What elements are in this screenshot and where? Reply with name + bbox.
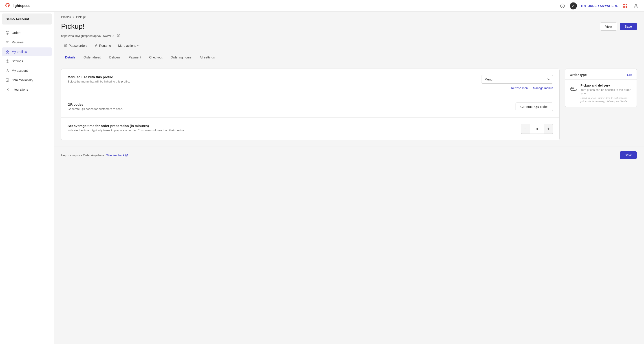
- prep-time-stepper: − 0 +: [521, 124, 553, 134]
- breadcrumb-current: Pickup!: [76, 15, 86, 19]
- menu-section: Menu to use with this profile Select the…: [61, 69, 559, 96]
- sidebar-item-account[interactable]: My account: [2, 66, 52, 75]
- prep-section-control: − 0 +: [521, 124, 553, 134]
- qr-section-desc: Generate QR codes for customers to scan.: [68, 107, 511, 111]
- pickup-delivery-icon: [570, 84, 577, 91]
- availability-icon: [6, 78, 10, 82]
- stepper-increment[interactable]: +: [544, 124, 553, 134]
- more-actions-label: More actions: [118, 44, 136, 47]
- account-avatar[interactable]: A: [570, 2, 577, 10]
- svg-point-22: [575, 90, 576, 92]
- order-type-desc: Item prices can be specific to the order…: [580, 88, 632, 95]
- logo-icon: [4, 3, 11, 9]
- menu-section-control: Menu: [481, 75, 553, 84]
- order-type-edit-button[interactable]: Edit: [627, 73, 632, 76]
- rename-label: Rename: [99, 44, 111, 47]
- stepper-value: 0: [530, 124, 544, 134]
- sidebar-item-account-label: My account: [12, 69, 28, 72]
- person-icon: [634, 4, 638, 8]
- try-order-anywhere-button[interactable]: TRY ORDER ANYWHERE: [580, 4, 618, 8]
- sidebar-item-profiles-label: My profiles: [12, 50, 27, 54]
- manage-menus-button[interactable]: Manage menus: [533, 86, 553, 90]
- tab-ordering-hours[interactable]: Ordering hours: [166, 53, 196, 62]
- sidebar-item-reviews[interactable]: Reviews: [2, 38, 52, 47]
- order-type-title: Order type: [570, 73, 587, 77]
- page-title: Pickup!: [61, 22, 85, 31]
- rename-button[interactable]: Rename: [92, 42, 114, 49]
- order-type-label: Pickup and delivery: [580, 84, 632, 87]
- sidebar-item-orders[interactable]: Orders: [2, 29, 52, 37]
- generate-qr-button[interactable]: Generate QR codes: [516, 103, 553, 111]
- pause-orders-button[interactable]: Pause orders: [61, 42, 90, 49]
- reviews-icon: [6, 40, 10, 44]
- svg-point-16: [8, 88, 9, 89]
- stepper-decrement[interactable]: −: [521, 124, 530, 134]
- orders-icon: [6, 31, 10, 35]
- prep-section-desc: Indicate the time it typically takes to …: [68, 129, 516, 132]
- settings-icon: [6, 59, 10, 63]
- prep-section-label: Set average time for order preparation (…: [68, 124, 516, 128]
- avatar-initials: A: [572, 4, 574, 8]
- tab-details[interactable]: Details: [61, 53, 80, 62]
- qr-section-info: QR codes Generate QR codes for customers…: [68, 103, 511, 111]
- svg-point-13: [7, 70, 8, 71]
- tab-order-ahead[interactable]: Order ahead: [80, 53, 105, 62]
- header-actions: View Save: [600, 23, 637, 31]
- qr-section: QR codes Generate QR codes for customers…: [61, 96, 559, 118]
- qr-section-row: QR codes Generate QR codes for customers…: [68, 103, 553, 111]
- breadcrumb-parent[interactable]: Profiles: [61, 15, 71, 19]
- prep-section-row: Set average time for order preparation (…: [68, 124, 553, 134]
- tab-checkout[interactable]: Checkout: [145, 53, 166, 62]
- footer-help-text: Help us improve Order Anywhere: Give fee…: [61, 153, 128, 157]
- svg-rect-3: [626, 4, 627, 6]
- feedback-external-link-icon: [125, 154, 128, 156]
- sidebar-item-settings[interactable]: Settings: [2, 57, 52, 65]
- account-icon: [6, 69, 10, 73]
- sidebar-item-orders-label: Orders: [12, 31, 21, 35]
- svg-rect-14: [6, 79, 9, 81]
- order-type-icon: [570, 84, 578, 92]
- tab-all-settings[interactable]: All settings: [196, 53, 219, 62]
- menu-dropdown[interactable]: Menu: [481, 75, 553, 84]
- external-link-icon: [117, 34, 120, 38]
- svg-rect-5: [626, 6, 627, 8]
- refresh-menu-button[interactable]: Refresh menu: [511, 86, 530, 90]
- main-content: Profiles > Pickup! Pickup! View Save htt…: [54, 12, 644, 344]
- rename-icon: [94, 44, 98, 47]
- sidebar-item-reviews-label: Reviews: [12, 41, 24, 44]
- svg-rect-19: [572, 87, 574, 89]
- pause-orders-label: Pause orders: [69, 44, 87, 47]
- svg-rect-8: [6, 50, 7, 52]
- svg-rect-4: [623, 6, 625, 8]
- prep-section: Set average time for order preparation (…: [61, 118, 559, 140]
- give-feedback-link[interactable]: Give feedback: [106, 153, 124, 157]
- sidebar-item-integrations[interactable]: Integrations: [2, 85, 52, 94]
- save-button-top[interactable]: Save: [620, 23, 637, 30]
- save-button-footer[interactable]: Save: [620, 151, 637, 159]
- sidebar-item-integrations-label: Integrations: [12, 88, 28, 91]
- sidebar-item-availability-label: Item availability: [12, 78, 33, 82]
- apps-grid-button[interactable]: [622, 2, 629, 10]
- menu-section-info: Menu to use with this profile Select the…: [68, 75, 477, 83]
- svg-rect-9: [8, 50, 9, 52]
- action-bar: Pause orders Rename More actions: [54, 40, 644, 53]
- svg-rect-2: [623, 4, 625, 6]
- more-actions-button[interactable]: More actions: [115, 42, 143, 49]
- tab-payment[interactable]: Payment: [124, 53, 145, 62]
- svg-point-6: [635, 4, 637, 6]
- topbar-left: lightspeed: [4, 3, 30, 9]
- question-icon: ?: [560, 4, 565, 8]
- logo[interactable]: lightspeed: [4, 3, 30, 9]
- order-type-card: Order type Edit: [565, 69, 637, 107]
- sidebar-item-availability[interactable]: Item availability: [2, 76, 52, 84]
- tab-delivery[interactable]: Delivery: [105, 53, 125, 62]
- user-profile-button[interactable]: [632, 2, 640, 10]
- order-type-info: Pickup and delivery Item prices can be s…: [580, 84, 632, 103]
- sidebar-item-profiles[interactable]: My profiles: [2, 47, 52, 56]
- view-button[interactable]: View: [600, 23, 617, 31]
- order-type-body: Pickup and delivery Item prices can be s…: [565, 80, 636, 107]
- profile-url[interactable]: https://trial.mylightspeed.app/UTSCWTUE: [61, 34, 116, 38]
- help-icon-button[interactable]: ?: [559, 2, 566, 10]
- topbar: lightspeed ? A TRY ORDER ANYWHERE: [0, 0, 644, 12]
- content-area: Menu to use with this profile Select the…: [54, 62, 644, 147]
